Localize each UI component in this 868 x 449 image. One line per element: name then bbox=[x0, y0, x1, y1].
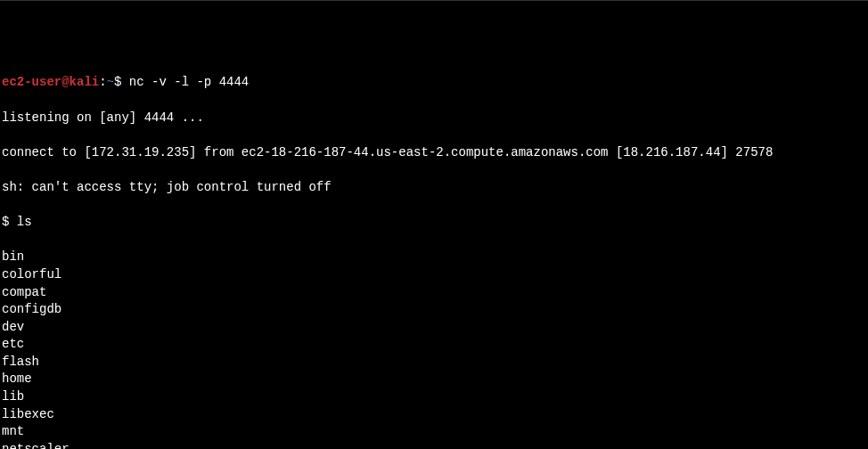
prompt-path: ~ bbox=[107, 75, 114, 89]
prompt-user-host: ec2-user@kali bbox=[2, 75, 99, 89]
ls-item: flash bbox=[2, 354, 866, 371]
ls-item: lib bbox=[2, 388, 866, 406]
ls-item: home bbox=[2, 371, 866, 388]
ls-item: dev bbox=[2, 319, 866, 337]
shell-prompt: $ bbox=[2, 215, 17, 229]
ls-item: configdb bbox=[2, 301, 866, 319]
output-connect: connect to [172.31.19.235] from ec2-18-2… bbox=[2, 144, 866, 162]
ls-output-list: bincolorfulcompatconfigdbdevetcflashhome… bbox=[2, 249, 866, 449]
shell-prompt-line[interactable]: $ ls bbox=[2, 214, 866, 232]
output-sh-msg: sh: can't access tty; job control turned… bbox=[2, 179, 866, 197]
ls-item: netscaler bbox=[2, 441, 866, 449]
prompt-separator: : bbox=[99, 75, 106, 89]
prompt-sign: $ bbox=[114, 75, 129, 89]
entered-command: nc -v -l -p 4444 bbox=[129, 75, 249, 89]
ls-item: colorful bbox=[2, 266, 866, 284]
output-listening: listening on [any] 4444 ... bbox=[2, 110, 866, 127]
ls-item: compat bbox=[2, 284, 866, 302]
ls-item: bin bbox=[2, 249, 866, 266]
ls-item: mnt bbox=[2, 423, 866, 441]
ls-item: etc bbox=[2, 336, 866, 354]
shell-command: ls bbox=[17, 215, 32, 229]
ls-item: libexec bbox=[2, 406, 866, 424]
prompt-line[interactable]: ec2-user@kali:~$ nc -v -l -p 4444 bbox=[2, 74, 866, 92]
